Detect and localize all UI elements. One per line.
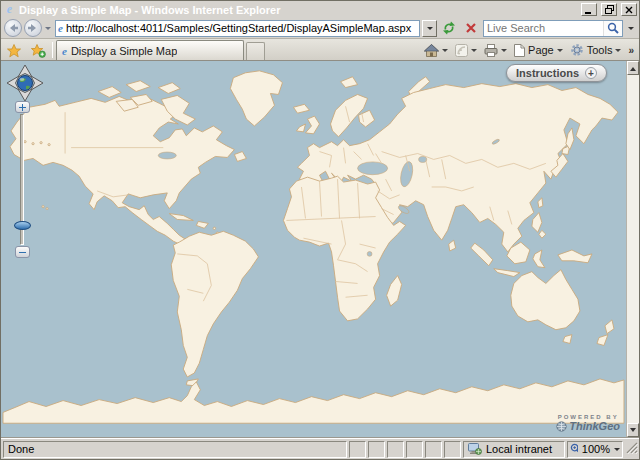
printer-icon (484, 44, 498, 57)
plus-icon (19, 104, 26, 111)
new-tab-button[interactable] (246, 42, 265, 60)
search-box (483, 20, 623, 37)
world-map (1, 61, 626, 437)
status-bar: Done Local intranet 100% (1, 437, 639, 459)
status-panel (387, 441, 404, 458)
search-go-button[interactable] (603, 21, 622, 36)
chevron-down-icon (442, 49, 448, 55)
restore-icon (605, 5, 614, 14)
recent-pages-dropdown[interactable] (45, 27, 51, 33)
scroll-down-button[interactable] (627, 423, 639, 437)
instructions-label: Instructions (516, 67, 579, 79)
security-zone: Local intranet (463, 441, 565, 458)
thinkgeo-logo[interactable]: POWERED BY ThinkGeo (556, 414, 620, 432)
stop-icon (465, 22, 477, 34)
zoom-in-button[interactable] (15, 101, 30, 113)
status-panel (406, 441, 423, 458)
home-button[interactable] (421, 43, 451, 58)
ie-logo-icon: e (3, 2, 16, 17)
globe-icon[interactable] (18, 76, 33, 91)
search-icon (607, 22, 620, 35)
tab-display-a-simple-map[interactable]: e Display a Simple Map (56, 40, 244, 60)
zoom-level-label: 100% (582, 443, 610, 455)
status-panel (368, 441, 385, 458)
close-icon (625, 6, 633, 14)
zoom-thumb[interactable] (14, 221, 31, 230)
page-icon (514, 44, 525, 57)
address-bar: e (1, 18, 639, 39)
tab-favicon: e (62, 45, 67, 57)
back-arrow-icon (7, 22, 19, 34)
search-options-dropdown[interactable] (625, 20, 636, 37)
star-plus-icon (31, 44, 46, 58)
intranet-zone-icon (468, 443, 482, 455)
add-favorite-button[interactable] (27, 41, 49, 60)
gear-icon (570, 43, 584, 57)
divider (52, 42, 53, 58)
chevron-down-icon (557, 49, 563, 55)
stop-button[interactable] (461, 19, 481, 38)
zoom-out-button[interactable] (15, 246, 30, 258)
refresh-button[interactable] (439, 19, 459, 38)
search-input[interactable] (484, 21, 603, 36)
status-panel (444, 441, 461, 458)
close-button[interactable] (621, 3, 637, 16)
scroll-up-button[interactable] (627, 61, 639, 75)
command-bar: Page Tools » (421, 42, 637, 60)
zoom-magnifier-icon (570, 443, 578, 455)
window-title: Display a Simple Map - Windows Internet … (19, 4, 577, 16)
restore-button[interactable] (601, 3, 617, 16)
instructions-button[interactable]: Instructions + (506, 64, 607, 82)
page-label: Page (528, 44, 554, 56)
arrow-down-icon (630, 428, 636, 435)
minimize-icon (585, 6, 593, 14)
title-bar[interactable]: e Display a Simple Map - Windows Interne… (1, 1, 639, 18)
landmasses (3, 71, 624, 423)
forward-button[interactable] (24, 19, 42, 37)
status-panel (425, 441, 442, 458)
refresh-icon (442, 21, 456, 35)
resize-grip[interactable] (625, 441, 638, 458)
feeds-button[interactable] (452, 43, 480, 58)
map-canvas[interactable]: Instructions + POWERED BY ThinkGeo (1, 61, 626, 437)
address-input[interactable] (66, 22, 417, 34)
tools-label: Tools (587, 44, 613, 56)
zone-label: Local intranet (486, 443, 552, 455)
page-content: Instructions + POWERED BY ThinkGeo (1, 61, 639, 437)
home-icon (424, 44, 439, 57)
chevron-down-icon (427, 27, 433, 33)
forward-arrow-icon (27, 22, 39, 34)
expand-plus-icon: + (585, 67, 597, 79)
page-zoom-control[interactable]: 100% (567, 441, 623, 458)
arrow-up-icon (630, 64, 636, 71)
rss-icon (455, 44, 468, 57)
chevron-down-icon (501, 49, 507, 55)
minus-icon (19, 249, 26, 256)
url-box: e (55, 20, 420, 37)
thinkgeo-globe-icon (556, 421, 567, 432)
chevron-down-icon (471, 49, 477, 55)
chevron-down-icon (614, 448, 620, 454)
scrollbar-track[interactable] (627, 75, 639, 423)
page-button[interactable]: Page (511, 43, 566, 58)
chevron-down-icon (615, 49, 621, 55)
tab-bar: e Display a Simple Map (1, 39, 639, 61)
minimize-button[interactable] (581, 3, 597, 16)
address-dropdown-button[interactable] (422, 20, 437, 37)
vertical-scrollbar (626, 61, 639, 437)
tools-button[interactable]: Tools (567, 42, 625, 58)
toolbar-overflow-button[interactable]: » (625, 45, 637, 56)
back-button[interactable] (4, 19, 22, 37)
star-icon (7, 44, 21, 58)
status-panel (349, 441, 366, 458)
pan-compass (5, 63, 45, 103)
tab-label: Display a Simple Map (71, 45, 177, 57)
print-button[interactable] (481, 43, 510, 58)
browser-window: e Display a Simple Map - Windows Interne… (0, 0, 640, 460)
favorites-button[interactable] (3, 41, 25, 60)
page-favicon: e (58, 22, 63, 34)
status-message: Done (3, 441, 347, 458)
zoom-slider (14, 101, 32, 259)
chevron-down-icon (628, 27, 634, 33)
brand-name: ThinkGeo (569, 420, 620, 432)
